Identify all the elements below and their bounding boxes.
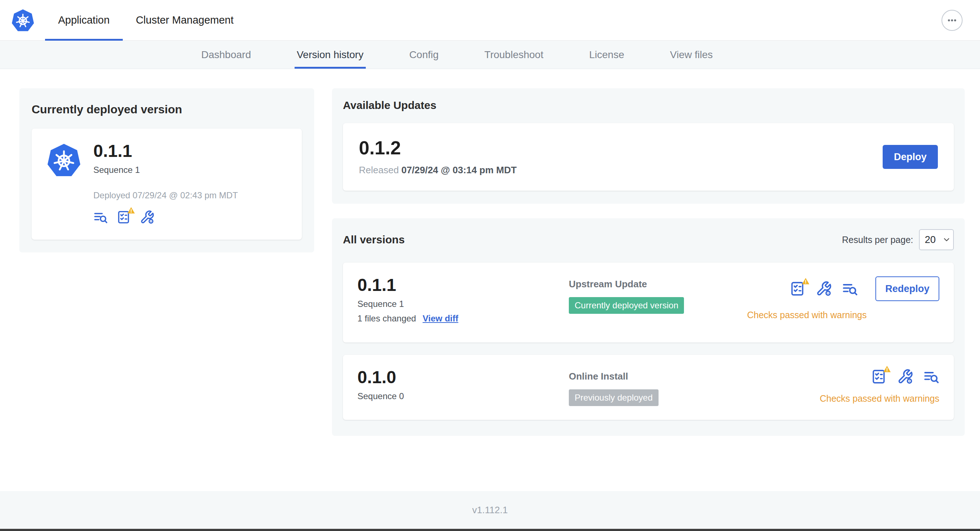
edit-config-wrench-icon[interactable] [140,210,154,224]
row-source-label: Upstream Update [569,278,747,290]
main-content: Currently deployed version 0.1.1 Sequenc… [0,69,980,436]
results-per-page: Results per page: 20 [842,229,954,250]
all-versions-header: All versions Results per page: 20 [343,229,954,250]
warning-triangle-icon [883,365,891,373]
subtab-version-history-label: Version history [297,49,364,60]
ellipsis-icon [946,14,958,27]
top-navbar: Application Cluster Management [0,0,980,41]
all-versions-panel: All versions Results per page: 20 0.1.1 … [332,218,965,436]
edit-config-wrench-icon[interactable] [897,369,913,385]
results-per-page-select-wrap: 20 [919,229,954,250]
preflight-checks-warning-icon[interactable] [790,281,806,297]
view-diff-icon[interactable] [842,281,858,297]
subtab-troubleshoot-label: Troubleshoot [485,49,543,60]
results-per-page-label: Results per page: [842,235,913,245]
tab-cluster-management-label: Cluster Management [136,14,234,26]
checks-status-text: Checks passed with warnings [820,393,939,404]
edit-config-wrench-icon[interactable] [816,281,832,297]
currently-deployed-badge: Currently deployed version [569,297,684,314]
row-sequence: Sequence 1 [358,299,569,309]
update-version-number: 0.1.2 [359,138,517,157]
all-versions-title: All versions [343,234,405,246]
view-diff-icon[interactable] [923,369,939,385]
subtab-license-label: License [589,49,624,60]
update-released-line: Released 07/29/24 @ 03:14 pm MDT [359,165,517,176]
view-diff-icon[interactable] [93,210,108,224]
update-card: 0.1.2 Released 07/29/24 @ 03:14 pm MDT D… [343,123,954,191]
available-updates-title: Available Updates [343,99,954,111]
available-updates-panel: Available Updates 0.1.2 Released 07/29/2… [332,88,965,204]
version-row-0-1-1: 0.1.1 Sequence 1 1 files changed View di… [343,262,954,342]
window-bottom-edge [0,529,980,531]
version-row-left: 0.1.0 Sequence 0 [358,369,569,406]
deployed-version-card: 0.1.1 Sequence 1 Deployed 07/29/24 @ 02:… [32,129,302,240]
subtab-dashboard-label: Dashboard [201,49,251,60]
currently-deployed-title: Currently deployed version [32,103,302,116]
more-options-button[interactable] [942,10,963,31]
results-per-page-select[interactable]: 20 [919,229,954,250]
checks-status-text: Checks passed with warnings [747,310,867,320]
app-subnav: Dashboard Version history Config Trouble… [0,41,980,69]
version-row-left: 0.1.1 Sequence 1 1 files changed View di… [358,277,569,329]
version-row-middle: Online Install Previously deployed [569,369,820,406]
subtab-dashboard[interactable]: Dashboard [201,41,251,68]
row-files-changed: 1 files changed View diff [358,313,569,324]
row-action-icons [871,369,939,385]
tab-application[interactable]: Application [45,0,123,40]
released-label: Released [359,165,399,175]
row-source-label: Online Install [569,371,820,382]
version-row-right: Checks passed with warnings [820,369,939,406]
subtab-view-files[interactable]: View files [670,41,713,68]
row-version-number: 0.1.1 [358,277,569,294]
version-row-middle: Upstream Update Currently deployed versi… [569,277,747,329]
tab-application-label: Application [58,14,110,26]
row-version-number: 0.1.0 [358,369,569,386]
subtab-config[interactable]: Config [409,41,439,68]
files-changed-label: 1 files changed [358,313,416,324]
warning-triangle-icon [127,206,135,214]
kubernetes-logo-icon [11,8,35,32]
view-diff-link[interactable]: View diff [422,313,458,324]
redeploy-button[interactable]: Redeploy [875,277,939,301]
kubernetes-app-icon [46,142,82,178]
subtab-license[interactable]: License [589,41,624,68]
version-row-right: Redeploy Checks passed with warnings [747,277,939,329]
console-version: v1.112.1 [472,504,508,516]
currently-deployed-panel: Currently deployed version 0.1.1 Sequenc… [19,88,314,253]
app-logo [11,0,35,40]
subtab-config-label: Config [409,49,439,60]
page-footer: v1.112.1 [0,491,980,529]
deployed-sequence: Sequence 1 [93,165,238,175]
deployed-version-number: 0.1.1 [93,142,238,160]
released-date: 07/29/24 @ 03:14 pm MDT [401,165,517,175]
subtab-view-files-label: View files [670,49,713,60]
previously-deployed-badge: Previously deployed [569,390,659,406]
deploy-button[interactable]: Deploy [883,145,938,169]
update-details: 0.1.2 Released 07/29/24 @ 03:14 pm MDT [359,138,517,176]
deployed-version-details: 0.1.1 Sequence 1 Deployed 07/29/24 @ 02:… [93,142,238,226]
subtab-troubleshoot[interactable]: Troubleshoot [485,41,543,68]
deployed-action-icons [93,210,238,224]
preflight-checks-warning-icon[interactable] [116,210,131,224]
row-action-icons: Redeploy [790,277,939,301]
row-sequence: Sequence 0 [358,391,569,401]
subtab-version-history[interactable]: Version history [297,41,364,68]
top-nav-tabs: Application Cluster Management [45,0,247,40]
right-column: Available Updates 0.1.2 Released 07/29/2… [332,88,965,436]
preflight-checks-warning-icon[interactable] [871,369,887,385]
version-row-0-1-0: 0.1.0 Sequence 0 Online Install Previous… [343,355,954,420]
tab-cluster-management[interactable]: Cluster Management [123,0,247,40]
warning-triangle-icon [802,277,810,285]
deployed-timestamp: Deployed 07/29/24 @ 02:43 pm MDT [93,190,238,200]
